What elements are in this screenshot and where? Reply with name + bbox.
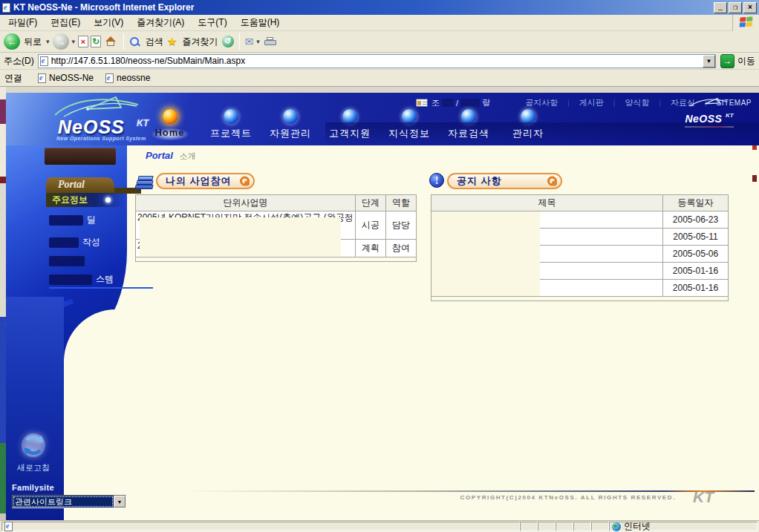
nav-knowledge[interactable]: 지식정보 [380, 109, 439, 140]
nav-home[interactable]: Home [138, 109, 201, 140]
nav-search[interactable]: 자료검색 [439, 109, 498, 140]
page-refresh-icon[interactable] [20, 432, 47, 459]
status-zone-pane: 인터넷 [609, 522, 758, 531]
familysite-label: Familysite [12, 483, 126, 492]
page-icon [40, 56, 48, 66]
favorites-button[interactable]: 즐겨찾기 [183, 36, 218, 48]
link-icon [105, 73, 114, 83]
ie-app-icon [2, 3, 10, 13]
print-button[interactable] [264, 37, 276, 46]
window-title: KT NeOSS-Ne - Microsoft Internet Explore… [13, 2, 194, 13]
address-label: 주소(D) [4, 55, 34, 68]
search-button[interactable]: 검색 [146, 36, 163, 48]
close-button[interactable]: × [743, 2, 757, 13]
notices-section-header: ! 공지 사항 [429, 171, 570, 191]
nav-orb-icon [461, 109, 476, 124]
sidebar-item-3[interactable] [49, 256, 88, 266]
participation-section-header: 나의 사업참여 [135, 171, 269, 191]
address-url[interactable]: http://147.6.51.180/neoss-ne/SubMain/Mai… [51, 56, 246, 66]
stop-button[interactable]: × [78, 36, 88, 47]
util-link-forms[interactable]: 양식함 [615, 97, 659, 108]
mail-button[interactable]: ✉ [245, 36, 254, 47]
menu-edit[interactable]: 편집(E) [44, 14, 87, 31]
notice-date: 2005-01-16 [663, 263, 729, 280]
nav-orb-icon [521, 109, 535, 124]
go-label[interactable]: 이동 [737, 55, 755, 68]
nav-admin[interactable]: 관리자 [498, 109, 558, 140]
search-icon[interactable] [129, 36, 140, 47]
links-label: 연결 [4, 72, 22, 85]
menu-help[interactable]: 도움말(H) [234, 14, 287, 31]
forward-dropdown-icon[interactable]: ▾ [72, 38, 76, 45]
mail-dropdown-icon[interactable]: ▾ [256, 38, 260, 45]
portal-section-title: 주요정보 [46, 193, 126, 207]
familysite-selected-value[interactable]: 관련사이트링크 [13, 496, 114, 508]
link-icon [38, 73, 46, 83]
familysite-dropdown-icon[interactable]: ▼ [114, 496, 126, 508]
toolbar-separator [239, 33, 240, 50]
notice-bang-icon: ! [429, 173, 444, 188]
redacted-label [49, 256, 85, 266]
nav-resources[interactable]: 자원관리 [261, 109, 320, 140]
user-info: 조 / 랑 [431, 97, 490, 108]
back-button[interactable]: ← [4, 33, 20, 50]
sidebar-item-4[interactable]: 스템 [49, 273, 114, 286]
browser-toolbar: ← 뒤로 ▾ → ▾ × ↻ 검색 ★ 즐겨찾기 ↺ ✉ ▾ [0, 31, 759, 53]
redaction-overlay [140, 217, 341, 256]
notices-title: 공지 사항 [447, 173, 562, 189]
status-pane [556, 522, 573, 531]
nav-orb-icon [342, 109, 357, 124]
links-bar: 연결 NeOSS-Ne neossne [0, 70, 759, 87]
restore-button[interactable]: ❐ [729, 2, 742, 13]
breadcrumb-current: 소개 [180, 151, 196, 162]
status-main-pane [1, 522, 520, 531]
nav-orb-icon [163, 109, 177, 124]
content-rounded-corner [64, 309, 205, 407]
back-label[interactable]: 뒤로 [24, 36, 42, 48]
sidebar-item-1[interactable]: 딜 [49, 214, 96, 226]
link-neoss-ne[interactable]: NeOSS-Ne [38, 73, 94, 83]
kt-logo: KT [693, 488, 714, 506]
util-link-board[interactable]: 게시판 [570, 97, 613, 108]
menu-file[interactable]: 파일(F) [1, 14, 44, 31]
address-input[interactable]: http://147.6.51.180/neoss-ne/SubMain/Mai… [38, 54, 716, 68]
refresh-label[interactable]: 새로고침 [12, 462, 55, 473]
breadcrumb: Portal 소개 [146, 150, 196, 162]
participation-table: 단위사업명 단계 역할 2005년 KORNET가입자망 접속시설(추예)공구 … [135, 194, 416, 262]
history-button[interactable]: ↺ [222, 36, 234, 47]
menu-tools[interactable]: 도구(T) [191, 14, 233, 31]
books-icon [135, 173, 154, 189]
home-button[interactable] [105, 36, 117, 47]
role-value: 담당 [386, 211, 417, 240]
corner-neoss-logo: NeOSS KT [676, 96, 743, 128]
sidebar-item-2[interactable]: 작성 [49, 236, 100, 249]
nav-project[interactable]: 프로젝트 [201, 109, 261, 140]
notice-date: 2005-01-16 [663, 280, 729, 297]
util-link-notice[interactable]: 공지사항 [515, 97, 567, 108]
nav-customer[interactable]: 고객지원 [320, 109, 380, 140]
refresh-button[interactable]: ↻ [91, 36, 101, 47]
menu-view[interactable]: 보기(V) [87, 14, 130, 31]
address-dropdown-icon[interactable]: ▼ [703, 55, 715, 68]
viewport-top-strip [0, 87, 759, 93]
back-dropdown-icon[interactable]: ▾ [46, 38, 50, 45]
nav-orb-icon [402, 109, 417, 124]
go-button[interactable]: → [720, 54, 734, 68]
forward-button[interactable]: → [53, 33, 69, 50]
refresh-widget[interactable]: 새로고침 [12, 432, 55, 473]
footer-divider [186, 490, 755, 492]
favorites-icon[interactable]: ★ [167, 35, 177, 48]
page-header: NeOSS KT New Operations Support System 조… [6, 93, 759, 145]
col-business-name: 단위사업명 [136, 195, 356, 211]
menu-favorites[interactable]: 즐겨찾기(A) [130, 14, 191, 31]
minimize-button[interactable]: _ [714, 2, 727, 13]
familysite-select[interactable]: 관련사이트링크 ▼ [12, 495, 126, 508]
windows-logo-icon [732, 15, 759, 31]
internet-globe-icon [612, 522, 621, 531]
breadcrumb-root[interactable]: Portal [146, 150, 173, 161]
redaction-overlay [431, 211, 540, 296]
status-pane [520, 522, 538, 531]
user-info-redacted [460, 99, 480, 107]
participation-title: 나의 사업참여 [156, 173, 255, 189]
link-neossne[interactable]: neossne [105, 73, 150, 83]
